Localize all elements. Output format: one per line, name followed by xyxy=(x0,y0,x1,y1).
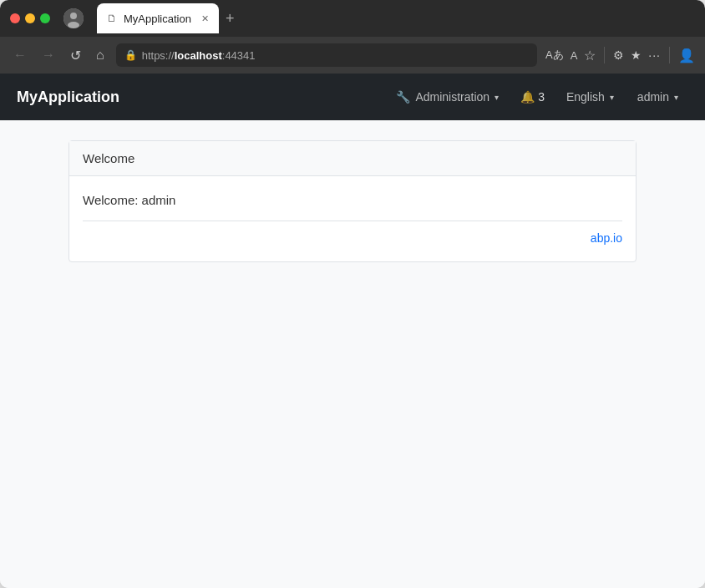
maximize-button[interactable] xyxy=(40,13,50,23)
close-button[interactable] xyxy=(10,13,20,23)
card-divider xyxy=(83,220,622,221)
more-button[interactable]: ··· xyxy=(648,48,661,62)
address-text: https://localhost:44341 xyxy=(142,49,256,62)
new-tab-button[interactable]: + xyxy=(226,10,235,28)
tab-page-icon: 🗋 xyxy=(107,13,117,24)
page-content: Welcome Welcome: admin abp.io xyxy=(0,120,705,588)
welcome-message: Welcome: admin xyxy=(83,193,622,207)
app-brand[interactable]: MyApplication xyxy=(17,89,119,106)
language-label: English xyxy=(566,90,605,104)
forward-button[interactable]: → xyxy=(38,44,58,66)
extensions-button[interactable]: ⚙ xyxy=(613,48,624,62)
browser-profile-avatar[interactable] xyxy=(63,8,84,28)
notification-badge: 3 xyxy=(538,90,545,104)
refresh-button[interactable]: ↺ xyxy=(67,44,84,67)
welcome-card: Welcome Welcome: admin abp.io xyxy=(68,140,637,262)
tab-title: MyApplication xyxy=(124,13,191,25)
address-bar[interactable]: 🔒 https://localhost:44341 xyxy=(116,43,537,67)
url-host: localhost xyxy=(175,49,222,62)
tab-bar: 🗋 MyApplication ✕ + xyxy=(97,3,695,33)
minimize-button[interactable] xyxy=(25,13,35,23)
user-caret-icon: ▾ xyxy=(674,93,678,102)
language-menu-item[interactable]: English ▾ xyxy=(556,84,624,110)
user-label: admin xyxy=(637,90,669,104)
wrench-icon: 🔧 xyxy=(396,90,410,104)
favorites-button[interactable]: ★ xyxy=(631,48,642,62)
card-header: Welcome xyxy=(69,141,636,176)
bell-icon: 🔔 xyxy=(520,90,535,104)
svg-point-1 xyxy=(70,13,77,19)
nav-separator xyxy=(604,47,605,63)
url-port: :44341 xyxy=(222,49,256,62)
language-caret-icon: ▾ xyxy=(610,93,614,102)
traffic-lights xyxy=(10,13,50,23)
lock-icon: 🔒 xyxy=(124,49,137,61)
profile-button[interactable]: 👤 xyxy=(678,48,695,63)
user-menu-item[interactable]: admin ▾ xyxy=(627,84,688,110)
translate-button[interactable]: Aあ xyxy=(545,48,564,63)
url-protocol: https:// xyxy=(142,49,175,62)
browser-window: 🗋 MyApplication ✕ + ← → ↺ ⌂ 🔒 https://lo… xyxy=(0,0,705,588)
home-button[interactable]: ⌂ xyxy=(93,44,108,66)
back-button[interactable]: ← xyxy=(10,44,30,66)
tab-close-button[interactable]: ✕ xyxy=(201,13,209,24)
administration-label: Administration xyxy=(415,90,489,104)
nav-bar: ← → ↺ ⌂ 🔒 https://localhost:44341 Aあ A ☆… xyxy=(0,37,705,74)
app-navbar: MyApplication 🔧 Administration ▾ 🔔 3 Eng… xyxy=(0,74,705,120)
title-bar: 🗋 MyApplication ✕ + xyxy=(0,0,705,37)
app-nav-menu: 🔧 Administration ▾ 🔔 3 English ▾ admin ▾ xyxy=(386,84,688,110)
svg-point-2 xyxy=(68,22,79,28)
abp-link[interactable]: abp.io xyxy=(83,231,622,245)
card-body: Welcome: admin abp.io xyxy=(69,176,636,261)
speak-button[interactable]: A xyxy=(571,49,578,62)
notifications-button[interactable]: 🔔 3 xyxy=(512,84,553,110)
admin-caret-icon: ▾ xyxy=(495,93,499,102)
nav-actions: Aあ A ☆ ⚙ ★ ··· 👤 xyxy=(545,47,695,63)
active-tab[interactable]: 🗋 MyApplication ✕ xyxy=(97,3,219,33)
bookmark-button[interactable]: ☆ xyxy=(584,48,596,63)
nav-separator-2 xyxy=(669,47,670,63)
administration-menu-item[interactable]: 🔧 Administration ▾ xyxy=(386,84,509,110)
